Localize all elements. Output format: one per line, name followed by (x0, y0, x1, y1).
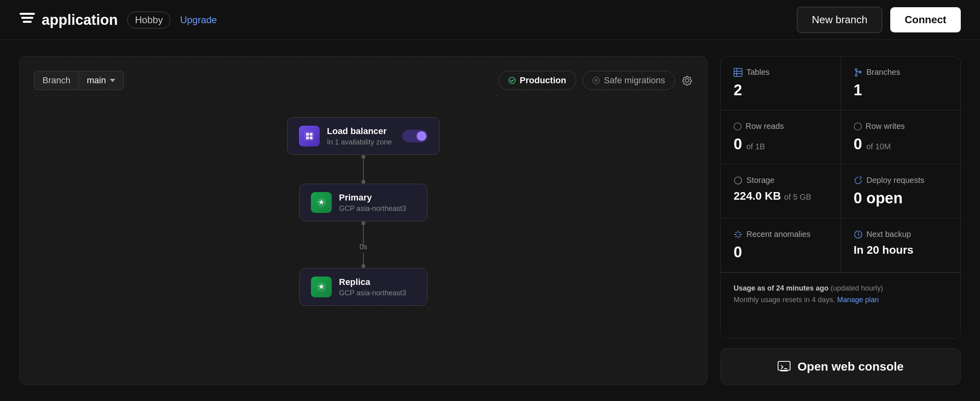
gear-icon[interactable] (682, 75, 693, 86)
row-reads-value: 0 of 1B (734, 136, 828, 153)
stat-row-writes: Row writes 0 of 10M (841, 110, 961, 164)
safe-migrations-label: Safe migrations (604, 75, 665, 86)
stat-storage: Storage 224.0 KB of 5 GB (721, 164, 841, 218)
load-balancer-node: Load balancer In 1 availability zone (287, 117, 440, 155)
right-panel: Tables 2 (720, 56, 961, 385)
connector-dot-2t (361, 221, 365, 225)
production-badge: Production (498, 71, 576, 90)
app-title: application (42, 12, 118, 28)
header-left: application Hobby Upgrade (19, 12, 217, 28)
stat-branches-header: Branches (854, 68, 948, 77)
replica-title: Replica (339, 277, 406, 287)
stat-storage-header: Storage (734, 176, 828, 185)
logo-icon (19, 13, 35, 27)
production-label: Production (520, 75, 566, 86)
svg-rect-1 (304, 131, 314, 141)
connector-line-1 (363, 159, 364, 180)
primary-sub: GCP asia-northeast3 (339, 205, 406, 213)
usage-timestamp: Usage as of 24 minutes ago (updated hour… (734, 284, 883, 292)
open-console-button[interactable]: Open web console (720, 348, 961, 385)
stat-backup-header: Next backup (854, 230, 948, 239)
header: application Hobby Upgrade New branch Con… (0, 0, 980, 40)
connect-button[interactable]: Connect (890, 7, 961, 32)
stats-row-4: Recent anomalies 0 Next backup (721, 219, 960, 273)
connector-line-2 (363, 225, 364, 246)
branch-dropdown[interactable]: main (79, 71, 124, 90)
stat-row-writes-header: Row writes (854, 122, 948, 131)
production-icon (508, 77, 516, 84)
connector-2: 0s (359, 221, 367, 268)
deploy-label: Deploy requests (867, 176, 925, 185)
row-reads-label: Row reads (746, 122, 784, 131)
anomalies-label: Recent anomalies (746, 230, 811, 239)
load-balancer-title: Load balancer (327, 126, 392, 136)
branch-selector[interactable]: Branch main (34, 71, 124, 90)
tables-label: Tables (746, 68, 770, 77)
replica-text: Replica GCP asia-northeast3 (339, 277, 406, 297)
branches-icon (854, 68, 863, 77)
stat-branches: Branches 1 (841, 56, 961, 110)
replica-node: Replica GCP asia-northeast3 (299, 268, 427, 306)
connector-dot-top (361, 155, 365, 159)
deploy-icon (854, 176, 863, 185)
anomalies-value: 0 (734, 244, 828, 261)
backup-value: In 20 hours (854, 244, 948, 257)
replica-icon (311, 277, 332, 297)
load-balancer-toggle[interactable] (402, 130, 428, 142)
tables-icon (734, 68, 742, 77)
tables-value: 2 (734, 82, 828, 99)
backup-icon (854, 230, 863, 239)
svg-rect-4 (306, 136, 309, 139)
svg-rect-5 (310, 136, 313, 139)
svg-point-0 (509, 77, 515, 84)
branch-label: Branch (34, 71, 79, 90)
branches-value: 1 (854, 82, 948, 99)
header-right: New branch Connect (797, 7, 961, 33)
stat-row-reads: Row reads 0 of 1B (721, 110, 841, 164)
stat-anomalies-header: Recent anomalies (734, 230, 828, 239)
main-content: Branch main Production (0, 40, 980, 401)
stats-row-1: Tables 2 (721, 56, 960, 110)
connector-line-2b (363, 253, 364, 264)
stat-deploy-requests: Deploy requests 0 open (841, 164, 961, 218)
row-writes-icon (854, 122, 862, 130)
replica-sub: GCP asia-northeast3 (339, 289, 406, 297)
branch-right-controls: Production ✕ Safe migrations (498, 71, 693, 90)
left-panel: Branch main Production (19, 56, 708, 385)
branch-current-value: main (87, 75, 106, 86)
connector-dot-bottom (361, 180, 365, 184)
manage-plan-link[interactable]: Manage plan (837, 296, 879, 304)
branches-label: Branches (867, 68, 901, 77)
primary-text: Primary GCP asia-northeast3 (339, 192, 406, 213)
stats-grid: Tables 2 (720, 56, 961, 339)
branch-toolbar: Branch main Production (34, 71, 693, 90)
row-reads-icon (734, 122, 742, 130)
svg-rect-8 (734, 68, 742, 76)
load-balancer-icon (299, 126, 320, 146)
chevron-down-icon (110, 79, 115, 82)
diagram-area: Load balancer In 1 availability zone (34, 109, 693, 306)
svg-point-12 (855, 68, 857, 70)
svg-point-13 (855, 74, 857, 76)
stat-next-backup: Next backup In 20 hours (841, 219, 961, 272)
storage-value: 224.0 KB of 5 GB (734, 190, 828, 203)
storage-label: Storage (746, 176, 774, 185)
safe-migrations-badge[interactable]: ✕ Safe migrations (583, 71, 675, 90)
stat-row-reads-header: Row reads (734, 122, 828, 131)
svg-rect-3 (310, 133, 313, 136)
svg-rect-17 (778, 361, 790, 370)
new-branch-button[interactable]: New branch (797, 7, 882, 33)
usage-note: Usage as of 24 minutes ago (updated hour… (721, 273, 960, 315)
backup-label: Next backup (867, 230, 911, 239)
app-logo: application (19, 12, 118, 28)
usage-reset-text: Monthly usage resets in 4 days. (734, 296, 835, 304)
load-balancer-sub: In 1 availability zone (327, 138, 392, 146)
stat-deploy-header: Deploy requests (854, 176, 948, 185)
connector-1 (361, 155, 365, 184)
upgrade-link[interactable]: Upgrade (180, 14, 217, 26)
load-balancer-text: Load balancer In 1 availability zone (327, 126, 392, 146)
console-label: Open web console (797, 360, 903, 373)
plan-badge: Hobby (127, 12, 170, 28)
deploy-value: 0 open (854, 190, 948, 207)
primary-title: Primary (339, 192, 406, 203)
